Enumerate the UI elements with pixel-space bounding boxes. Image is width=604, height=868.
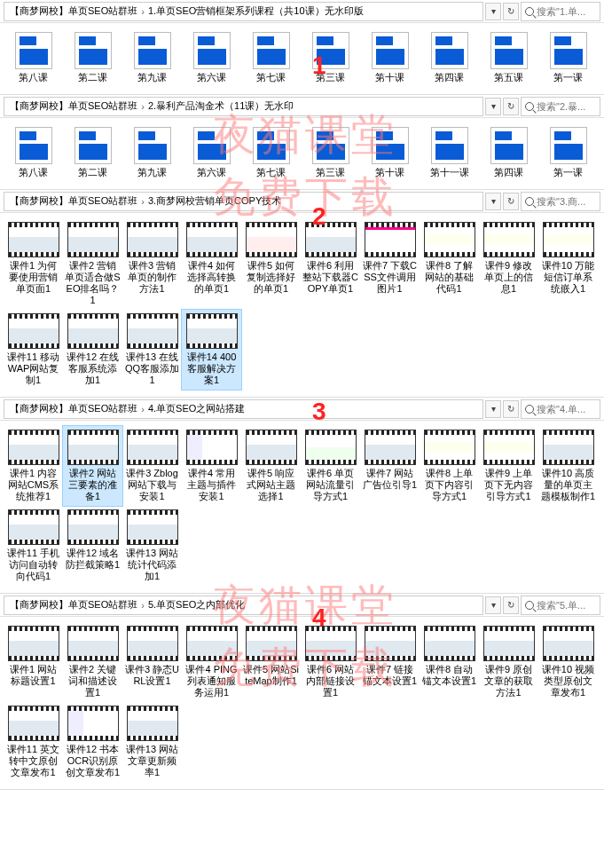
file-item[interactable]: 课件3 Zblog网站下载与安装1 bbox=[122, 426, 182, 506]
refresh-button[interactable]: ↻ bbox=[503, 596, 519, 614]
dropdown-button[interactable]: ▾ bbox=[485, 400, 501, 418]
refresh-button[interactable]: ↻ bbox=[503, 193, 519, 210]
file-item[interactable]: 课件13 网站文章更新频率1 bbox=[122, 702, 182, 782]
file-item[interactable]: 课件4 如何选择高转换的单页1 bbox=[182, 218, 241, 310]
dropdown-button[interactable]: ▾ bbox=[485, 98, 501, 115]
breadcrumb-segment[interactable]: 2.暴利产品淘金术（11课）无水印 bbox=[146, 99, 295, 113]
file-item[interactable]: 第二课 bbox=[63, 28, 122, 87]
file-item[interactable]: 第四课 bbox=[479, 123, 538, 182]
file-item[interactable]: 课件3 静态URL设置1 bbox=[122, 622, 182, 702]
search-box[interactable] bbox=[521, 192, 600, 211]
file-item[interactable]: 课件4 PING列表通知服务运用1 bbox=[182, 622, 241, 702]
breadcrumb-segment[interactable]: 1.单页SEO营销框架系列课程（共10课）无水印版 bbox=[146, 4, 365, 18]
file-item[interactable]: 第六课 bbox=[182, 123, 241, 182]
file-item[interactable]: 课件4 常用主题与插件安装1 bbox=[182, 426, 241, 506]
file-item[interactable]: 课件5 网站SiteMap制作1 bbox=[241, 622, 301, 702]
file-item[interactable]: 第八课 bbox=[4, 123, 63, 182]
breadcrumb-segment[interactable]: 【商梦网校】单页SEO站群班 bbox=[8, 194, 139, 208]
search-box[interactable] bbox=[521, 2, 600, 21]
file-item[interactable]: 第三课 bbox=[301, 28, 360, 87]
breadcrumb-segment[interactable]: 5.单页SEO之内部优化 bbox=[146, 598, 247, 612]
file-item[interactable]: 课件12 在线客服系统添加1 bbox=[63, 310, 122, 390]
file-item[interactable]: 课件5 如何复制选择好的单页1 bbox=[241, 218, 301, 310]
dropdown-button[interactable]: ▾ bbox=[485, 193, 501, 210]
search-box[interactable] bbox=[521, 97, 600, 116]
file-item[interactable]: 课件9 上单页下无内容引导方式1 bbox=[479, 426, 538, 506]
search-icon bbox=[525, 601, 534, 610]
file-item[interactable]: 课件8 自动锚文本设置1 bbox=[420, 622, 479, 702]
breadcrumb-segment[interactable]: 3.商梦网校营销单页COPY技术 bbox=[146, 194, 283, 208]
refresh-button[interactable]: ↻ bbox=[503, 3, 519, 20]
file-item[interactable]: 课件13 网站统计代码添加1 bbox=[122, 506, 182, 586]
breadcrumb-segment[interactable]: 【商梦网校】单页SEO站群班 bbox=[8, 598, 139, 612]
file-item[interactable]: 第十一课 bbox=[420, 123, 479, 182]
breadcrumb[interactable]: 【商梦网校】单页SEO站群班›2.暴利产品淘金术（11课）无水印 bbox=[4, 97, 483, 116]
search-input[interactable] bbox=[537, 6, 596, 17]
file-item[interactable]: 课件6 单页网站流量引导方式1 bbox=[301, 426, 360, 506]
file-item[interactable]: 课件9 原创文章的获取方法1 bbox=[479, 622, 538, 702]
file-item[interactable]: 课件10 万能短信订单系统嵌入1 bbox=[538, 218, 598, 310]
breadcrumb-segment[interactable]: 【商梦网校】单页SEO站群班 bbox=[8, 99, 139, 113]
search-box[interactable] bbox=[521, 399, 600, 419]
file-item[interactable]: 课件5 响应式网站主题选择1 bbox=[241, 426, 301, 506]
file-item[interactable]: 课件2 网站三要素的准备1 bbox=[63, 426, 122, 506]
file-item[interactable]: 第一课 bbox=[538, 123, 598, 182]
file-item[interactable]: 课件12 域名防拦截策略1 bbox=[63, 506, 122, 586]
search-input[interactable] bbox=[537, 600, 596, 611]
file-item[interactable]: 课件2 关键词和描述设置1 bbox=[63, 622, 122, 702]
search-box[interactable] bbox=[521, 596, 600, 615]
breadcrumb[interactable]: 【商梦网校】单页SEO站群班›1.单页SEO营销框架系列课程（共10课）无水印版 bbox=[4, 2, 483, 21]
breadcrumb[interactable]: 【商梦网校】单页SEO站群班›5.单页SEO之内部优化 bbox=[4, 596, 483, 615]
file-item[interactable]: 课件11 移动WAP网站复制1 bbox=[4, 310, 63, 390]
file-item[interactable]: 课件1 网站标题设置1 bbox=[4, 622, 63, 702]
breadcrumb[interactable]: 【商梦网校】单页SEO站群班›3.商梦网校营销单页COPY技术 bbox=[4, 192, 483, 211]
dropdown-button[interactable]: ▾ bbox=[485, 596, 501, 614]
video-thumbnail-icon bbox=[543, 430, 594, 465]
file-item[interactable]: 第九课 bbox=[122, 123, 182, 182]
file-item[interactable]: 课件8 上单页下内容引导方式1 bbox=[420, 426, 479, 506]
file-item[interactable]: 课件6 网站内部链接设置1 bbox=[301, 622, 360, 702]
file-item[interactable]: 课件3 营销单页的制作方法1 bbox=[122, 218, 182, 310]
refresh-button[interactable]: ↻ bbox=[503, 400, 519, 418]
file-item[interactable]: 第十课 bbox=[360, 28, 420, 87]
breadcrumb-segment[interactable]: 4.单页SEO之网站搭建 bbox=[146, 402, 247, 415]
file-item[interactable]: 课件7 下载CSS文件调用图片1 bbox=[360, 218, 420, 310]
file-item[interactable]: 第七课 bbox=[241, 123, 301, 182]
file-item[interactable]: 第七课 bbox=[241, 28, 301, 87]
search-input[interactable] bbox=[537, 196, 596, 207]
file-item[interactable]: 课件12 书本OCR识别原创文章发布1 bbox=[63, 702, 122, 782]
file-item[interactable]: 第三课 bbox=[301, 123, 360, 182]
file-item[interactable]: 课件11 英文转中文原创文章发布1 bbox=[4, 702, 63, 782]
file-item[interactable]: 课件1 内容网站CMS系统推荐1 bbox=[4, 426, 63, 506]
file-item[interactable]: 课件10 视频类型原创文章发布1 bbox=[538, 622, 598, 702]
chevron-right-icon: › bbox=[139, 6, 146, 17]
refresh-button[interactable]: ↻ bbox=[503, 98, 519, 115]
file-item[interactable]: 第二课 bbox=[63, 123, 122, 182]
file-item[interactable]: 第一课 bbox=[538, 28, 598, 87]
file-label: 课件3 静态URL设置1 bbox=[124, 664, 180, 687]
file-item[interactable]: 第十课 bbox=[360, 123, 420, 182]
file-item[interactable]: 课件14 400客服解决方案1 bbox=[182, 310, 241, 390]
file-item[interactable]: 第九课 bbox=[122, 28, 182, 87]
file-item[interactable]: 课件9 修改单页上的信息1 bbox=[479, 218, 538, 310]
file-item[interactable]: 第五课 bbox=[479, 28, 538, 87]
file-item[interactable]: 课件1 为何要使用营销单页面1 bbox=[4, 218, 63, 310]
file-item[interactable]: 第八课 bbox=[4, 28, 63, 87]
file-item[interactable]: 课件2 营销单页适合做SEO排名吗？1 bbox=[63, 218, 122, 310]
breadcrumb-segment[interactable]: 【商梦网校】单页SEO站群班 bbox=[8, 4, 139, 18]
search-input[interactable] bbox=[537, 404, 596, 414]
search-input[interactable] bbox=[537, 101, 596, 112]
file-item[interactable]: 课件7 网站广告位引导1 bbox=[360, 426, 420, 506]
file-item[interactable]: 第四课 bbox=[420, 28, 479, 87]
file-item[interactable]: 课件11 手机访问自动转向代码1 bbox=[4, 506, 63, 586]
file-item[interactable]: 课件13 在线QQ客服添加1 bbox=[122, 310, 182, 390]
file-item[interactable]: 课件7 链接锚文本设置1 bbox=[360, 622, 420, 702]
file-item[interactable]: 课件8 了解网站的基础代码1 bbox=[420, 218, 479, 310]
file-item[interactable]: 课件10 高质量的单页主题模板制作1 bbox=[538, 426, 598, 506]
breadcrumb-segment[interactable]: 【商梦网校】单页SEO站群班 bbox=[8, 402, 139, 415]
breadcrumb[interactable]: 【商梦网校】单页SEO站群班›4.单页SEO之网站搭建 bbox=[4, 399, 483, 419]
file-item[interactable]: 课件6 利用整站下载器COPY单页1 bbox=[301, 218, 360, 310]
file-item[interactable]: 第六课 bbox=[182, 28, 241, 87]
video-file-icon bbox=[193, 127, 231, 164]
dropdown-button[interactable]: ▾ bbox=[485, 3, 501, 20]
